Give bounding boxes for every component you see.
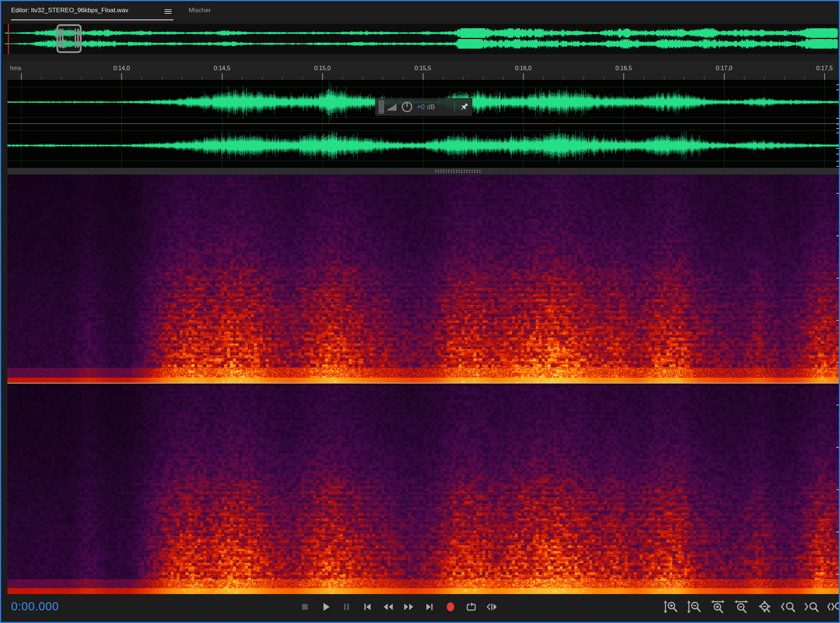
stop-button[interactable] [298, 600, 312, 615]
skip-forward-icon [424, 601, 436, 614]
ruler-tick-label: 0:16,0 [515, 65, 531, 72]
ruler-tick-label: 0:17,0 [716, 65, 732, 72]
ruler-unit-label: hms [10, 65, 21, 72]
waveform-canvas[interactable] [8, 80, 840, 168]
ruler-ticks-canvas [8, 72, 838, 80]
volume-level-icon [387, 102, 397, 112]
rewind-button[interactable] [381, 600, 396, 615]
zoom-selection-button[interactable] [826, 598, 840, 616]
pin-icon[interactable] [459, 102, 469, 112]
overview-viewport-box[interactable] [57, 24, 82, 53]
skip-forward-button[interactable] [422, 600, 437, 615]
pause-button[interactable] [339, 600, 354, 615]
skip-back-button[interactable] [360, 600, 375, 615]
zoom-in-point-icon [780, 600, 796, 615]
tab-editor[interactable]: Editor: ltv32_STEREO_96kbps_Float.wav [11, 7, 129, 14]
viewport-right-grip[interactable] [75, 29, 76, 48]
zoom-out-horizontal-button[interactable] [732, 598, 751, 616]
zoom-in-horizontal-icon [710, 600, 726, 615]
fast-forward-button[interactable] [402, 600, 416, 615]
ruler-tick-label: 0:16,5 [615, 65, 632, 72]
zoom-out-horizontal-icon [733, 600, 749, 615]
hud-divider [455, 101, 455, 112]
overview-playhead[interactable] [8, 24, 9, 54]
splitter-grip-icon[interactable] [435, 169, 481, 173]
channel-divider[interactable] [8, 383, 840, 384]
ruler-tick-label: 0:15,5 [415, 65, 431, 72]
transport-controls [298, 594, 499, 621]
tab-mixer[interactable]: Mischer [189, 7, 211, 14]
loop-playback-icon [466, 601, 477, 614]
zoom-out-point-icon [804, 600, 819, 615]
audition-editor-window: Editor: ltv32_STEREO_96kbps_Float.wav Mi… [0, 0, 840, 623]
zoom-in-horizontal-button[interactable] [708, 598, 727, 616]
panel-tab-bar: Editor: ltv32_STEREO_96kbps_Float.wav Mi… [1, 1, 839, 21]
spectrogram-panel[interactable] [8, 175, 840, 594]
viewport-right-grip[interactable] [77, 29, 79, 48]
skip-selection-icon [487, 601, 498, 614]
stop-icon [299, 601, 311, 614]
zoom-selection-icon [827, 600, 840, 615]
zoom-out-point-button[interactable] [802, 598, 821, 616]
hud-drag-handle-icon[interactable] [378, 100, 384, 114]
viewport-left-grip[interactable] [62, 29, 63, 48]
zoom-controls [662, 594, 840, 621]
ruler-tick-label: 0:14,5 [214, 65, 230, 72]
play-icon [320, 601, 332, 614]
viewport-left-grip[interactable] [60, 29, 61, 48]
record-icon [445, 601, 456, 614]
active-tab-underline [11, 19, 174, 20]
gain-unit: dB [427, 103, 435, 111]
panel-menu-icon[interactable] [164, 9, 172, 14]
zoom-in-vertical-icon [663, 600, 679, 615]
zoom-out-vertical-icon [686, 600, 702, 615]
overview-waveform-canvas[interactable] [3, 24, 838, 54]
loop-playback-button[interactable] [464, 600, 479, 615]
ruler-tick-label: 0:15,0 [314, 65, 330, 72]
spectrogram-canvas[interactable] [8, 175, 840, 594]
zoom-out-vertical-button[interactable] [685, 598, 704, 616]
overview-waveform-strip[interactable] [3, 24, 838, 54]
gain-hud[interactable]: +0 dB [375, 98, 472, 116]
pause-icon [341, 601, 352, 614]
ruler-tick-label: 0:17,5 [816, 65, 832, 72]
waveform-panel[interactable] [8, 80, 840, 168]
rewind-icon [382, 601, 394, 614]
zoom-in-point-button[interactable] [779, 598, 797, 616]
gain-value[interactable]: +0 [417, 103, 425, 111]
timeline-ruler[interactable]: hms 0:14,00:14,50:15,00:15,50:16,00:16,5… [3, 60, 838, 80]
zoom-reset-icon [757, 600, 772, 615]
ruler-tick-label: 0:14,0 [113, 65, 130, 72]
panel-splitter[interactable] [8, 168, 840, 175]
skip-back-icon [362, 601, 373, 614]
zoom-reset-button[interactable] [756, 598, 774, 616]
status-bar: 0:00.000 [1, 594, 839, 622]
time-display[interactable]: 0:00.000 [11, 600, 59, 613]
skip-selection-button[interactable] [485, 600, 499, 615]
zoom-in-vertical-button[interactable] [662, 598, 680, 616]
fast-forward-icon [403, 601, 415, 614]
play-button[interactable] [319, 600, 333, 615]
gain-knob-icon[interactable] [401, 101, 413, 113]
record-button[interactable] [444, 600, 458, 615]
